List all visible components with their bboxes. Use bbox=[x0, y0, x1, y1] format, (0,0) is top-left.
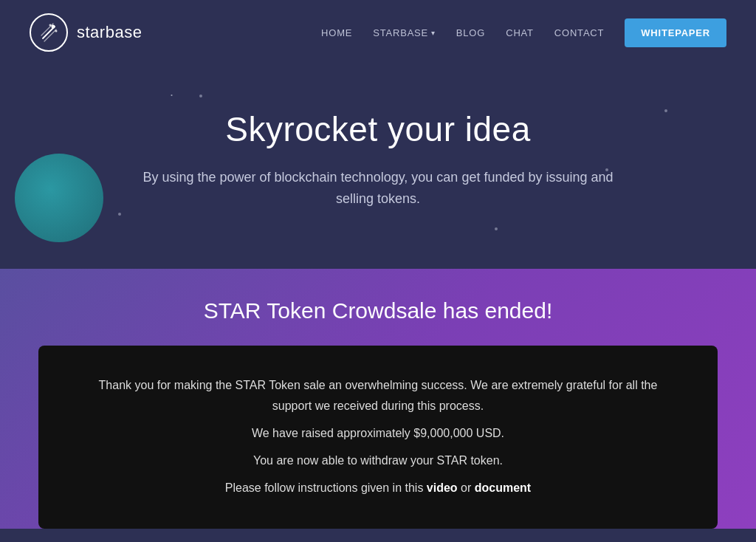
decorative-dot bbox=[118, 213, 121, 216]
crowdsale-line-3: You are now able to withdraw your STAR t… bbox=[83, 450, 673, 472]
crowdsale-line-2: We have raised approximately $9,000,000 … bbox=[83, 423, 673, 445]
nav-blog[interactable]: BLOG bbox=[456, 27, 485, 38]
decorative-blob bbox=[15, 154, 103, 242]
svg-point-5 bbox=[49, 24, 52, 27]
nav-starbase[interactable]: STARBASE ▾ bbox=[373, 27, 436, 38]
decorative-dot bbox=[369, 124, 372, 127]
hero-section: Skyrocket your idea By using the power o… bbox=[0, 65, 756, 269]
svg-point-3 bbox=[52, 25, 55, 29]
logo[interactable]: starbase bbox=[30, 13, 142, 52]
decorative-dot bbox=[199, 95, 202, 97]
whitepaper-button[interactable]: WHITEPAPER bbox=[625, 18, 726, 47]
svg-point-4 bbox=[55, 30, 58, 32]
main-nav: HOME STARBASE ▾ BLOG CHAT CONTACT WHITEP… bbox=[321, 18, 726, 47]
chevron-down-icon: ▾ bbox=[431, 29, 436, 37]
video-link[interactable]: video bbox=[427, 481, 458, 494]
hero-subtitle: By using the power of blockchain technol… bbox=[127, 167, 629, 210]
crowdsale-title: STAR Token Crowdsale has ended! bbox=[30, 298, 726, 323]
nav-contact[interactable]: CONTACT bbox=[554, 27, 604, 38]
decorative-dot bbox=[495, 227, 498, 230]
nav-home[interactable]: HOME bbox=[321, 27, 352, 38]
crowdsale-box: Thank you for making the STAR Token sale… bbox=[38, 346, 718, 529]
logo-icon bbox=[30, 13, 68, 52]
header: starbase HOME STARBASE ▾ BLOG CHAT CONTA… bbox=[0, 0, 756, 65]
decorative-dot bbox=[664, 109, 667, 112]
crowdsale-section: STAR Token Crowdsale has ended! Thank yo… bbox=[0, 269, 756, 529]
decorative-dot bbox=[605, 168, 608, 171]
document-link[interactable]: document bbox=[475, 481, 531, 494]
logo-text: starbase bbox=[77, 23, 142, 42]
hero-title: Skyrocket your idea bbox=[30, 109, 726, 149]
crowdsale-line-1: Thank you for making the STAR Token sale… bbox=[83, 375, 673, 418]
crowdsale-line-4: Please follow instructions given in this… bbox=[83, 478, 673, 499]
nav-chat[interactable]: CHAT bbox=[506, 27, 534, 38]
